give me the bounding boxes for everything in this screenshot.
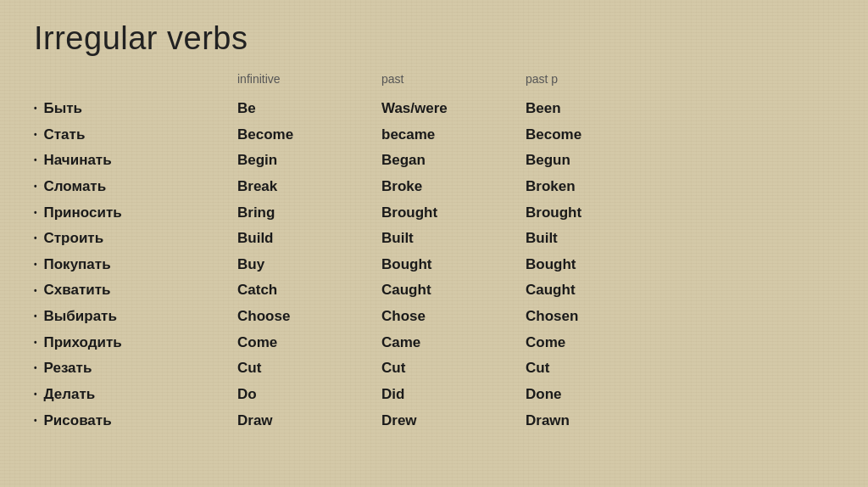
past-word: Cut — [381, 355, 526, 382]
russian-word: Быть — [44, 98, 83, 120]
past-word: Bought — [381, 252, 526, 278]
past-p-column: BeenBecomeBegunBrokenBroughtBuiltBoughtC… — [526, 96, 670, 434]
past-p-word: Begun — [526, 148, 670, 174]
infinitive-word: Build — [237, 226, 381, 252]
russian-item: •Покупать — [34, 252, 237, 278]
russian-item: •Приносить — [34, 200, 237, 227]
header-past-p: past p — [526, 72, 670, 86]
past-word: Brought — [381, 200, 526, 227]
russian-item: •Выбирать — [34, 304, 237, 330]
russian-item: •Приходить — [34, 330, 237, 356]
column-headers: infinitive past past p — [237, 72, 834, 86]
infinitive-word: Do — [237, 382, 381, 408]
header-past: past — [381, 72, 526, 86]
bullet-icon: • — [34, 232, 37, 245]
past-p-word: Drawn — [526, 408, 670, 434]
bullet-icon: • — [34, 415, 37, 428]
english-columns: BeBecomeBeginBreakBringBuildBuyCatchChoo… — [237, 96, 834, 434]
bullet-icon: • — [34, 207, 37, 220]
page: Irregular verbs infinitive past past p •… — [0, 0, 868, 487]
infinitive-word: Catch — [237, 277, 381, 304]
bullet-icon: • — [34, 181, 37, 193]
russian-item: •Схватить — [34, 277, 237, 304]
russian-word: Строить — [44, 228, 104, 249]
infinitive-word: Bring — [237, 200, 381, 227]
infinitive-word: Cut — [237, 355, 381, 382]
past-p-word: Come — [526, 330, 670, 356]
past-word: Built — [381, 226, 526, 252]
russian-word: Резать — [44, 358, 92, 379]
russian-word: Начинать — [44, 150, 112, 171]
russian-word: Сломать — [44, 176, 107, 198]
past-p-word: Become — [526, 122, 670, 148]
infinitive-word: Begin — [237, 148, 381, 174]
page-title: Irregular verbs — [34, 20, 834, 57]
past-p-word: Brought — [526, 200, 670, 227]
infinitive-word: Buy — [237, 252, 381, 278]
past-p-word: Cut — [526, 355, 670, 382]
past-p-word: Been — [526, 96, 670, 122]
bullet-icon: • — [34, 389, 37, 401]
russian-item: •Резать — [34, 355, 237, 382]
past-word: Broke — [381, 174, 526, 200]
bullet-icon: • — [34, 362, 37, 375]
past-word: became — [381, 122, 526, 148]
russian-word: Приходить — [44, 333, 122, 354]
bullet-icon: • — [34, 311, 37, 323]
bullet-icon: • — [34, 285, 37, 298]
infinitive-column: BeBecomeBeginBreakBringBuildBuyCatchChoo… — [237, 96, 381, 434]
past-p-word: Bought — [526, 252, 670, 278]
russian-item: •Быть — [34, 96, 237, 122]
bullet-icon: • — [34, 259, 37, 271]
bullet-icon: • — [34, 129, 37, 142]
past-word: Drew — [381, 408, 526, 434]
russian-word: Делать — [44, 384, 96, 406]
past-word: Was/were — [381, 96, 526, 122]
past-p-word: Broken — [526, 174, 670, 200]
infinitive-word: Come — [237, 330, 381, 356]
bullet-icon: • — [34, 337, 37, 350]
infinitive-word: Be — [237, 96, 381, 122]
russian-word: Приносить — [44, 203, 122, 224]
infinitive-word: Draw — [237, 408, 381, 434]
past-word: Chose — [381, 304, 526, 330]
verbs-table: •Быть•Стать•Начинать•Сломать•Приносить•С… — [34, 96, 834, 434]
infinitive-word: Become — [237, 122, 381, 148]
russian-word: Выбирать — [44, 306, 117, 327]
header-infinitive: infinitive — [237, 72, 381, 86]
russian-word: Схватить — [44, 280, 111, 301]
past-word: Began — [381, 148, 526, 174]
russian-column: •Быть•Стать•Начинать•Сломать•Приносить•С… — [34, 96, 237, 434]
russian-word: Покупать — [44, 255, 111, 276]
russian-item: •Стать — [34, 122, 237, 148]
bullet-icon: • — [34, 103, 37, 115]
past-p-word: Built — [526, 226, 670, 252]
russian-item: •Делать — [34, 382, 237, 408]
past-p-word: Done — [526, 382, 670, 408]
russian-item: •Рисовать — [34, 408, 237, 434]
past-word: Did — [381, 382, 526, 408]
russian-word: Рисовать — [44, 411, 112, 432]
past-word: Caught — [381, 277, 526, 304]
infinitive-word: Break — [237, 174, 381, 200]
infinitive-word: Choose — [237, 304, 381, 330]
russian-word: Стать — [44, 125, 86, 146]
bullet-icon: • — [34, 154, 37, 167]
past-p-word: Caught — [526, 277, 670, 304]
past-word: Came — [381, 330, 526, 356]
russian-item: •Сломать — [34, 174, 237, 200]
russian-item: •Начинать — [34, 148, 237, 174]
past-p-word: Chosen — [526, 304, 670, 330]
past-column: Was/werebecameBeganBrokeBroughtBuiltBoug… — [381, 96, 526, 434]
russian-item: •Строить — [34, 226, 237, 252]
